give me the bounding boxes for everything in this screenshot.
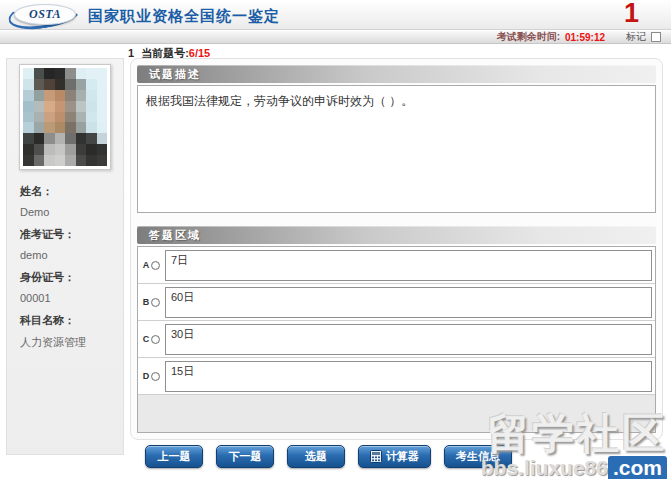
field-subject-name: 科目名称： 人力资源管理 xyxy=(20,313,123,350)
timer-label: 考试剩余时间: xyxy=(497,30,560,44)
field-ticket-number: 准考证号： demo xyxy=(20,227,123,261)
timer-value: 01:59:12 xyxy=(565,32,605,43)
candidate-photo xyxy=(19,64,111,170)
photo-mosaic xyxy=(23,68,107,166)
mark-label: 标记 xyxy=(626,30,646,44)
option-key: A xyxy=(143,260,150,270)
question-panel-header: 试题描述 xyxy=(137,65,656,83)
navigation-toolbar: 上一题 下一题 选题 计算器 考生信息 xyxy=(145,445,512,468)
answer-panel-header: 答题区域 xyxy=(137,226,656,244)
osta-logo: OSTA xyxy=(14,4,76,25)
logo-text: OSTA xyxy=(14,4,76,25)
page-title: 国家职业资格全国统一鉴定 xyxy=(88,7,280,26)
option-radio[interactable] xyxy=(151,335,160,344)
answer-panel: 答题区域 A 7日 B 60日 C xyxy=(137,226,656,433)
option-row-d[interactable]: D 15日 xyxy=(138,358,655,395)
candidate-info-button[interactable]: 考生信息 xyxy=(444,445,512,468)
candidate-sidebar: 姓名： Demo 准考证号： demo 身份证号： 00001 科目名称： 人力… xyxy=(6,58,124,455)
field-value: 人力资源管理 xyxy=(20,335,123,350)
option-label-cell: D xyxy=(138,371,165,381)
calculator-icon xyxy=(370,450,382,463)
option-label-cell: C xyxy=(138,334,165,344)
option-key: D xyxy=(143,371,150,381)
question-panel-title: 试题描述 xyxy=(137,67,201,82)
answer-panel-title: 答题区域 xyxy=(137,228,201,243)
calculator-button[interactable]: 计算器 xyxy=(358,445,431,468)
question-text: 根据我国法律规定，劳动争议的申诉时效为（ ）。 xyxy=(137,85,656,213)
field-label: 身份证号： xyxy=(20,270,123,285)
mark-checkbox[interactable] xyxy=(651,32,661,42)
answer-options: A 7日 B 60日 C 30日 xyxy=(137,246,656,433)
field-name: 姓名： Demo xyxy=(20,184,123,218)
field-label: 姓名： xyxy=(20,184,123,199)
option-radio[interactable] xyxy=(151,261,160,270)
watermark-url-com: .com xyxy=(608,456,667,479)
option-key: B xyxy=(143,297,150,307)
page-indicator: 1 xyxy=(624,0,639,29)
candidate-fields: 姓名： Demo 准考证号： demo 身份证号： 00001 科目名称： 人力… xyxy=(7,170,123,350)
status-bar: 考试剩余时间: 01:59:12 标记 xyxy=(0,31,671,44)
option-key: C xyxy=(143,334,150,344)
option-text: 60日 xyxy=(165,287,652,318)
field-label: 科目名称： xyxy=(20,313,123,328)
option-radio[interactable] xyxy=(151,372,160,381)
question-number-prefix: 1 xyxy=(128,47,134,59)
option-text: 30日 xyxy=(165,324,652,355)
option-row-c[interactable]: C 30日 xyxy=(138,321,655,358)
option-text: 7日 xyxy=(165,250,652,281)
field-value: 00001 xyxy=(20,292,123,304)
question-panel: 试题描述 根据我国法律规定，劳动争议的申诉时效为（ ）。 xyxy=(137,65,656,213)
button-label: 选题 xyxy=(305,449,327,464)
next-question-button[interactable]: 下一题 xyxy=(216,445,274,468)
field-value: demo xyxy=(20,249,123,261)
button-label: 下一题 xyxy=(229,449,262,464)
field-id-number: 身份证号： 00001 xyxy=(20,270,123,304)
field-label: 准考证号： xyxy=(20,227,123,242)
app-header: OSTA 国家职业资格全国统一鉴定 1 xyxy=(0,0,671,30)
button-label: 上一题 xyxy=(158,449,191,464)
field-value: Demo xyxy=(20,206,123,218)
button-label: 计算器 xyxy=(386,449,419,464)
button-label: 考生信息 xyxy=(456,449,500,464)
select-question-button[interactable]: 选题 xyxy=(287,445,345,468)
option-label-cell: B xyxy=(138,297,165,307)
option-row-b[interactable]: B 60日 xyxy=(138,284,655,321)
exam-main-panel: 试题描述 根据我国法律规定，劳动争议的申诉时效为（ ）。 答题区域 A 7日 B xyxy=(130,58,663,440)
previous-question-button[interactable]: 上一题 xyxy=(145,445,203,468)
option-text: 15日 xyxy=(165,361,652,392)
option-radio[interactable] xyxy=(151,298,160,307)
option-label-cell: A xyxy=(138,260,165,270)
option-row-a[interactable]: A 7日 xyxy=(138,247,655,284)
